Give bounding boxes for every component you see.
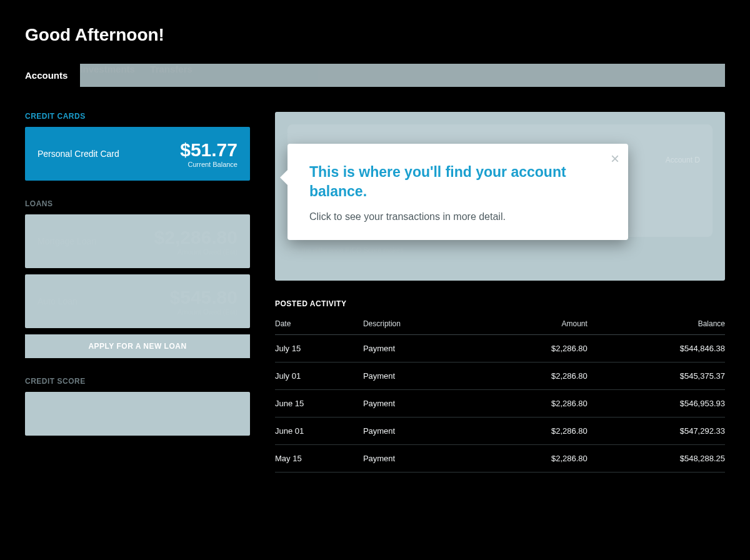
cell-description: Payment (363, 335, 478, 362)
account-balance-sub: Amount Owed (Est) (170, 308, 238, 316)
cell-amount: $2,286.80 (478, 335, 588, 362)
cell-amount: $2,286.80 (478, 362, 588, 390)
cell-description: Payment (363, 390, 478, 418)
cell-balance: $547,292.33 (588, 418, 725, 445)
table-row[interactable]: July 15Payment$2,286.80$544,846.38 (275, 335, 725, 362)
table-row[interactable]: June 15Payment$2,286.80$546,953.93 (275, 390, 725, 418)
account-balance: $51.77 (180, 139, 238, 161)
posted-activity-table: Date Description Amount Balance July 15P… (275, 314, 725, 472)
close-icon[interactable]: × (611, 151, 619, 166)
account-name: Mortgage Loan (38, 236, 96, 246)
cell-description: Payment (363, 418, 478, 445)
credit-cards-label: CREDIT CARDS (25, 112, 250, 121)
tab-filler: Investments Transfers (80, 64, 725, 87)
cell-date: July 01 (275, 362, 363, 390)
account-balance: $2,286.80 (154, 227, 238, 248)
tab-accounts[interactable]: Accounts (25, 64, 80, 87)
tab-investments[interactable]: Investments (80, 58, 148, 81)
cell-amount: $2,286.80 (478, 445, 588, 472)
table-row[interactable]: May 15Payment$2,286.80$548,288.25 (275, 445, 725, 472)
cell-amount: $2,286.80 (478, 418, 588, 445)
page-greeting: Good Afternoon! (25, 25, 725, 45)
account-name: Personal Credit Card (38, 149, 119, 159)
cell-balance: $546,953.93 (588, 390, 725, 418)
account-balance-sub: Current Balance (180, 161, 238, 168)
sidebar: CREDIT CARDS Personal Credit Card $51.77… (25, 112, 250, 472)
account-balance: $545.80 (170, 287, 238, 308)
panel-footnote: See the difference FICO Score makes (288, 246, 712, 254)
onboarding-tooltip: × This is where you'll find your account… (288, 144, 628, 240)
cell-balance: $548,288.25 (588, 445, 725, 472)
credit-score-label: CREDIT SCORE (25, 377, 250, 386)
col-date: Date (275, 314, 363, 335)
credit-score-card[interactable] (25, 392, 250, 436)
cell-amount: $2,286.80 (478, 390, 588, 418)
table-row[interactable]: June 01Payment$2,286.80$547,292.33 (275, 418, 725, 445)
tooltip-body: Click to see your transactions in more d… (309, 211, 606, 222)
account-name: Auto Loan (38, 296, 78, 306)
cell-date: July 15 (275, 335, 363, 362)
account-balance-sub: Amount Owed (Est) (154, 248, 238, 256)
cell-balance: $544,846.38 (588, 335, 725, 362)
cell-date: June 01 (275, 418, 363, 445)
table-row[interactable]: July 01Payment$2,286.80$545,375.37 (275, 362, 725, 390)
tabs-bar: Accounts Investments Transfers (25, 64, 725, 87)
credit-card-item[interactable]: Personal Credit Card $51.77 Current Bala… (25, 127, 250, 181)
loans-label: LOANS (25, 199, 250, 208)
cell-date: May 15 (275, 445, 363, 472)
col-amount: Amount (478, 314, 588, 335)
loan-item-2[interactable]: Auto Loan $545.80 Amount Owed (Est) (25, 274, 250, 328)
apply-loan-button[interactable]: APPLY FOR A NEW LOAN (25, 334, 250, 358)
col-balance: Balance (588, 314, 725, 335)
cell-description: Payment (363, 362, 478, 390)
cell-balance: $545,375.37 (588, 362, 725, 390)
tab-transfers[interactable]: Transfers (150, 58, 205, 81)
loan-item-1[interactable]: Mortgage Loan $2,286.80 Amount Owed (Est… (25, 214, 250, 268)
cell-date: June 15 (275, 390, 363, 418)
cell-description: Payment (363, 445, 478, 472)
posted-activity-label: POSTED ACTIVITY (275, 299, 725, 308)
tooltip-title: This is where you'll find your account b… (309, 162, 606, 201)
account-detail-hint: Account D (666, 156, 700, 164)
col-description: Description (363, 314, 478, 335)
